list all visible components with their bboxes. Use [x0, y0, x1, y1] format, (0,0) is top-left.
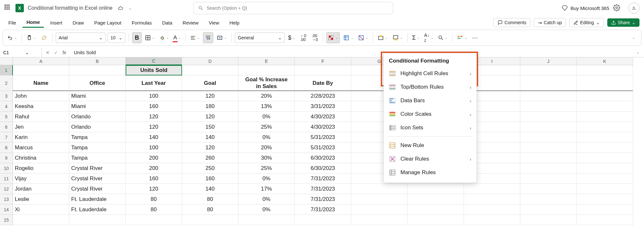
cell[interactable]	[577, 215, 633, 225]
cell-date[interactable]: 6/30/2023	[295, 163, 351, 174]
cell[interactable]	[577, 132, 633, 143]
cell-office[interactable]: Orlando	[69, 112, 126, 122]
cell-goal[interactable]: 140	[182, 132, 238, 143]
cell-pct[interactable]: 0%	[238, 204, 295, 215]
cell-office[interactable]: Ft. Lauderdale	[69, 194, 126, 204]
tab-data[interactable]: Data	[158, 18, 176, 27]
increase-decimal-button[interactable]: ←0.00	[298, 32, 308, 43]
cell[interactable]	[520, 132, 577, 143]
column-header-D[interactable]: D	[182, 57, 238, 65]
cell[interactable]	[351, 194, 408, 204]
cell-pct[interactable]: 0%	[238, 194, 295, 204]
row-header-4[interactable]: 4	[0, 101, 13, 112]
cf-icon-sets[interactable]: Icon Sets ›	[384, 121, 476, 134]
row-header-6[interactable]: 6	[0, 122, 13, 132]
cell-name[interactable]: Leslie	[13, 194, 69, 204]
document-title[interactable]: Conditional formatting in Excel online	[28, 5, 112, 11]
conditional-formatting-button[interactable]: ⌄	[326, 32, 340, 43]
cell-date[interactable]: 7/31/2023	[295, 194, 351, 204]
cell-pct[interactable]: 25%	[238, 163, 295, 174]
cell[interactable]	[69, 65, 126, 75]
cell-pct[interactable]: 0%	[238, 174, 295, 184]
cell-goal[interactable]: 140	[182, 184, 238, 194]
tab-insert[interactable]: Insert	[46, 18, 66, 27]
cell[interactable]	[520, 184, 577, 194]
find-button[interactable]: ⌄	[437, 32, 449, 43]
cell[interactable]	[577, 174, 633, 184]
cell-name[interactable]: Xi	[13, 204, 69, 215]
column-header-J[interactable]: J	[520, 57, 577, 65]
cell-name[interactable]: Vijay	[13, 174, 69, 184]
header-dateby[interactable]: Date By	[295, 75, 351, 91]
cf-manage-rules[interactable]: Manage Rules	[384, 166, 476, 179]
cell[interactable]	[520, 204, 577, 215]
cell-office[interactable]: Miami	[69, 101, 126, 112]
cf-new-rule[interactable]: New Rule	[384, 139, 476, 152]
cell-styles-gallery-button[interactable]: ⌄	[456, 32, 468, 43]
cell[interactable]	[577, 184, 633, 194]
user-avatar[interactable]: JL	[629, 3, 639, 14]
delete-cells-button[interactable]: ⌄	[391, 32, 404, 43]
cell-name[interactable]: Marcus	[13, 143, 69, 153]
cell-pct[interactable]: 25%	[238, 122, 295, 132]
cell-lastyear[interactable]: 120	[126, 112, 182, 122]
cell[interactable]	[577, 153, 633, 163]
cell-lastyear[interactable]: 160	[126, 174, 182, 184]
cell[interactable]	[520, 91, 577, 101]
formula-bar[interactable]: Units Sold	[70, 50, 632, 55]
cell-lastyear[interactable]: 200	[126, 163, 182, 174]
header-lastyear[interactable]: Last Year	[126, 75, 182, 91]
cell[interactable]	[520, 122, 577, 132]
cell[interactable]	[351, 204, 408, 215]
cell[interactable]	[520, 194, 577, 204]
row-header-13[interactable]: 13	[0, 194, 13, 204]
tab-file[interactable]: File	[5, 18, 20, 27]
cell[interactable]	[182, 65, 238, 75]
align-button[interactable]: ⌄	[189, 32, 201, 43]
cf-highlight-cell-rules[interactable]: Highlight Cell Rules ›	[384, 67, 476, 80]
number-format-select[interactable]: General⌄	[235, 33, 285, 43]
font-name-select[interactable]: Arial⌄	[56, 33, 106, 43]
cell[interactable]	[13, 65, 69, 75]
cell-lastyear[interactable]: 100	[126, 143, 182, 153]
cell-office[interactable]: Orlando	[69, 122, 126, 132]
cell[interactable]	[351, 215, 408, 225]
autosum-button[interactable]: Σ⌄	[411, 32, 421, 43]
row-header-5[interactable]: 5	[0, 112, 13, 122]
cell-name[interactable]: Rahul	[13, 112, 69, 122]
row-header-8[interactable]: 8	[0, 143, 13, 153]
fill-color-button[interactable]: ⌄	[158, 32, 170, 43]
selected-cell[interactable]: Units Sold	[126, 65, 182, 75]
cell-lastyear[interactable]: 140	[126, 132, 182, 143]
header-goal[interactable]: Goal	[182, 75, 238, 91]
tab-formulas[interactable]: Formulas	[128, 18, 156, 27]
row-header-10[interactable]: 10	[0, 163, 13, 174]
name-box[interactable]: ⌄	[0, 48, 42, 57]
cell[interactable]	[520, 215, 577, 225]
more-button[interactable]: ⋯	[470, 32, 480, 43]
cell-goal[interactable]: 250	[182, 163, 238, 174]
cell[interactable]	[577, 75, 633, 91]
cell-goal[interactable]: 150	[182, 122, 238, 132]
cell[interactable]	[408, 184, 464, 194]
cell[interactable]	[408, 215, 464, 225]
cell-goal[interactable]: 160	[182, 174, 238, 184]
cell-pct[interactable]: 20%	[238, 143, 295, 153]
formula-bar-expand[interactable]: ⌄	[632, 50, 644, 55]
cell-pct[interactable]: 20%	[238, 91, 295, 101]
column-header-B[interactable]: B	[69, 57, 126, 65]
merge-button[interactable]: ⌄	[215, 32, 228, 43]
share-button[interactable]: Share ⌄	[607, 18, 639, 27]
tab-draw[interactable]: Draw	[69, 18, 88, 27]
name-box-input[interactable]	[3, 50, 23, 55]
cell-office[interactable]: Tampa	[69, 143, 126, 153]
format-as-table-button[interactable]: ⌄	[342, 32, 355, 43]
cell-date[interactable]: 3/31/2023	[295, 101, 351, 112]
tab-review[interactable]: Review	[179, 18, 202, 27]
header-goalpct[interactable]: Goal % Increasein Sales	[238, 75, 295, 91]
accounting-format-button[interactable]: $⌄	[287, 32, 296, 43]
tab-page-layout[interactable]: Page Layout	[90, 18, 125, 27]
cell-office[interactable]: Miami	[69, 91, 126, 101]
cell-styles-button[interactable]: ⌄	[357, 32, 370, 43]
cell-name[interactable]: Christina	[13, 153, 69, 163]
